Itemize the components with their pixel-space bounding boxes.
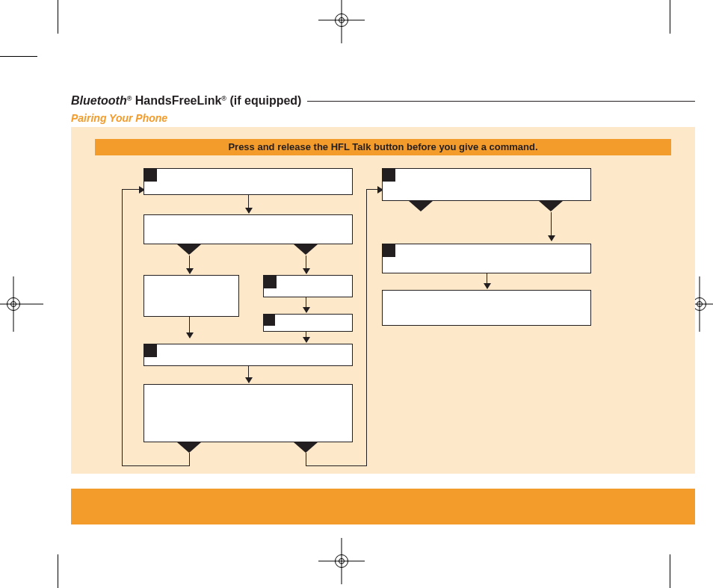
page-subtitle: Pairing Your Phone xyxy=(71,112,695,124)
branch-icon xyxy=(294,244,318,255)
arrow-icon xyxy=(306,297,306,312)
branch-icon xyxy=(409,201,433,211)
arrow-icon xyxy=(248,195,249,213)
title-rule xyxy=(307,101,695,102)
branch-icon xyxy=(177,442,201,453)
connector-line xyxy=(306,453,306,466)
arrow-icon xyxy=(306,332,306,342)
connector-line xyxy=(306,465,367,466)
flow-box-prompt xyxy=(143,384,353,442)
arrow-icon xyxy=(306,256,306,273)
page-heading: Bluetooth® HandsFreeLink® (if equipped) … xyxy=(71,94,695,124)
branch-icon xyxy=(294,442,318,453)
flow-box-prompt xyxy=(382,290,591,326)
flow-box-command xyxy=(382,168,591,201)
arrow-icon xyxy=(248,366,249,383)
connector-line xyxy=(189,453,190,466)
arrow-icon xyxy=(551,212,552,241)
connector-line xyxy=(122,465,189,466)
command-tab-icon xyxy=(263,314,275,326)
flow-box-command xyxy=(143,168,353,195)
branch-icon xyxy=(177,244,201,255)
crop-mark-icon xyxy=(37,549,60,572)
flow-box-prompt xyxy=(143,275,239,317)
registration-mark-icon xyxy=(0,276,43,332)
crop-mark-icon xyxy=(37,16,60,39)
page-title: Bluetooth® HandsFreeLink® (if equipped) xyxy=(71,94,301,108)
flow-box-command xyxy=(143,344,353,366)
flow-box-prompt xyxy=(143,214,353,244)
connector-line xyxy=(122,189,123,466)
flow-box-command xyxy=(382,244,591,273)
footer-stripe xyxy=(71,489,695,524)
command-tab-icon xyxy=(143,168,157,182)
arrow-icon xyxy=(189,256,190,273)
flow-box-command xyxy=(263,314,353,332)
flow-box-command xyxy=(263,275,353,297)
arrow-icon xyxy=(487,273,487,288)
arrow-icon xyxy=(122,189,144,190)
arrow-icon xyxy=(366,189,383,190)
connector-line xyxy=(366,189,367,466)
command-tab-icon xyxy=(382,168,395,182)
command-tab-icon xyxy=(382,244,395,257)
arrow-icon xyxy=(189,317,190,338)
flowchart xyxy=(71,127,695,474)
branch-icon xyxy=(539,201,563,211)
content-panel: Press and release the HFL Talk button be… xyxy=(71,127,695,474)
command-tab-icon xyxy=(143,344,157,357)
command-tab-icon xyxy=(263,275,277,288)
